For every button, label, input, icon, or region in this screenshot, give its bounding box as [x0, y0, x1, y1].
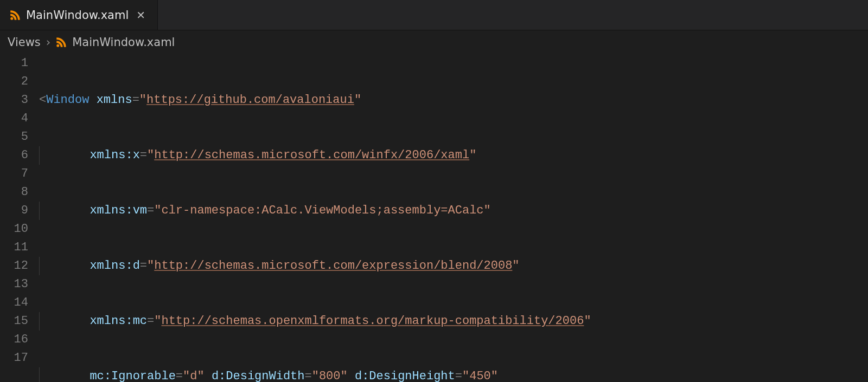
breadcrumb-segment[interactable]: MainWindow.xaml	[72, 36, 175, 49]
attr: xmlns:x	[90, 148, 139, 162]
rss-icon	[10, 10, 21, 21]
tag-window: Window	[46, 93, 89, 107]
line-number: 3	[1, 91, 28, 109]
chevron-right-icon: ›	[46, 36, 50, 49]
tab-mainwindow[interactable]: MainWindow.xaml ✕	[0, 0, 158, 30]
code-editor[interactable]: 1234567891011121314151617 <Window xmlns=…	[0, 54, 868, 382]
line-number: 2	[1, 73, 28, 91]
line-number: 5	[1, 128, 28, 146]
attr: d:DesignWidth	[212, 370, 305, 382]
line-number: 15	[1, 312, 28, 331]
url[interactable]: http://schemas.microsoft.com/winfx/2006/…	[154, 148, 469, 162]
string: d	[190, 370, 197, 382]
line-number: 17	[1, 349, 28, 367]
string: 800	[319, 370, 341, 382]
url[interactable]: https://github.com/avaloniaui	[146, 93, 354, 107]
tab-bar: MainWindow.xaml ✕	[0, 0, 868, 30]
breadcrumb-segment[interactable]: Views	[8, 36, 41, 49]
close-icon[interactable]: ✕	[134, 10, 148, 21]
line-number: 4	[1, 109, 28, 128]
line-number: 13	[1, 275, 28, 294]
attr: xmlns	[97, 93, 132, 107]
attr: xmlns:d	[90, 259, 139, 273]
url[interactable]: http://schemas.microsoft.com/expression/…	[154, 259, 512, 273]
line-number: 16	[1, 331, 28, 349]
line-number: 8	[1, 183, 28, 202]
line-number-gutter: 1234567891011121314151617	[1, 54, 39, 382]
svg-point-1	[56, 44, 59, 47]
attr: xmlns:vm	[90, 204, 147, 217]
string: clr-namespace:ACalc.ViewModels;assembly=…	[161, 204, 483, 217]
attr: xmlns:mc	[90, 314, 147, 328]
attr: mc:Ignorable	[90, 370, 175, 382]
line-number: 1	[1, 54, 28, 73]
svg-point-0	[10, 17, 13, 20]
line-number: 12	[1, 257, 28, 275]
line-number: 14	[1, 294, 28, 312]
attr: d:DesignHeight	[355, 370, 455, 382]
line-number: 10	[1, 220, 28, 238]
tab-filename: MainWindow.xaml	[26, 9, 129, 22]
url[interactable]: http://schemas.openxmlformats.org/markup…	[161, 314, 584, 328]
code-content[interactable]: <Window xmlns="https://github.com/avalon…	[39, 54, 868, 382]
line-number: 7	[1, 165, 28, 183]
line-number: 11	[1, 238, 28, 257]
breadcrumb: Views › MainWindow.xaml	[0, 30, 868, 54]
line-number: 9	[1, 202, 28, 220]
line-number: 6	[1, 146, 28, 165]
rss-icon	[56, 37, 67, 48]
string: 450	[469, 370, 491, 382]
